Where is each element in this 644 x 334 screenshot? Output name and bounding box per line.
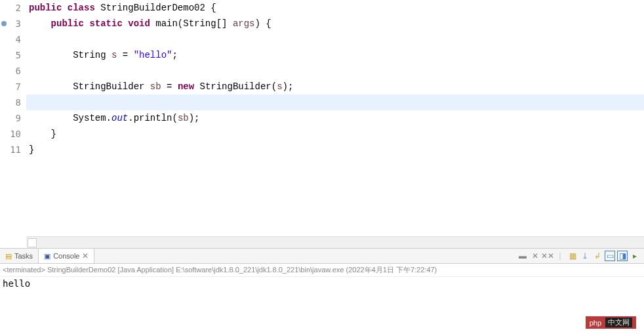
- code-token: [29, 18, 51, 29]
- code-token: s: [277, 81, 282, 92]
- display-console-icon[interactable]: ▭: [605, 251, 615, 261]
- code-token: =: [117, 50, 133, 60]
- code-token: main(String[]: [150, 18, 233, 29]
- code-token: public class: [29, 3, 95, 13]
- horizontal-scrollbar[interactable]: [26, 236, 644, 248]
- word-wrap-icon[interactable]: ↲: [592, 251, 603, 261]
- gutter-marker-icon: [1, 21, 7, 26]
- code-line[interactable]: System.out.println(sb);: [26, 110, 644, 126]
- code-token: =: [161, 81, 178, 92]
- clear-console-icon[interactable]: ▦: [567, 251, 578, 261]
- code-token: .println(: [128, 113, 178, 123]
- watermark-label: php: [590, 319, 601, 327]
- terminate-icon[interactable]: ▬: [517, 251, 528, 261]
- terminated-label: <terminated>: [3, 266, 45, 274]
- console-output[interactable]: hello: [0, 277, 644, 290]
- code-token: sb: [178, 113, 189, 123]
- close-icon[interactable]: ✕: [82, 251, 89, 261]
- tasks-icon: ▤: [5, 252, 12, 261]
- bottom-tabs-bar: ▤ Tasks ▣ Console ✕ ▬ ✕ ✕✕ | ▦ ⤓ ↲ ▭ ◨ ▸: [0, 248, 644, 264]
- line-number: 7: [0, 79, 21, 94]
- console-toolbar: ▬ ✕ ✕✕ | ▦ ⤓ ↲ ▭ ◨ ▸: [517, 251, 644, 261]
- launch-timestamp: (2022年4月1日 下午7:22:47): [346, 266, 437, 274]
- launch-name: StringBuilderDemo02 [Java Application]: [47, 266, 174, 274]
- code-token: sb: [150, 81, 161, 92]
- line-number: 11: [0, 142, 21, 157]
- code-content[interactable]: public class StringBuilderDemo02 { publi…: [26, 0, 644, 236]
- remove-all-icon[interactable]: ✕✕: [542, 251, 553, 261]
- line-number: 9: [0, 110, 21, 126]
- line-number-gutter: 234567891011: [0, 0, 26, 236]
- scrollbar-thumb[interactable]: [28, 238, 37, 247]
- code-token: out: [111, 113, 128, 123]
- code-token: }: [29, 144, 34, 155]
- tab-console[interactable]: ▣ Console ✕: [38, 249, 94, 263]
- watermark-badge: php 中文网: [586, 316, 636, 329]
- code-line[interactable]: public class StringBuilderDemo02 {: [26, 0, 644, 16]
- code-line[interactable]: [26, 31, 644, 47]
- pin-console-icon[interactable]: ◨: [617, 251, 628, 261]
- line-number: 8: [0, 94, 21, 110]
- code-token: ) {: [254, 18, 271, 29]
- code-line[interactable]: }: [26, 126, 644, 142]
- console-launch-info: <terminated> StringBuilderDemo02 [Java A…: [0, 264, 644, 277]
- code-line[interactable]: }: [26, 142, 644, 157]
- line-number: 10: [0, 126, 21, 142]
- code-token: new: [178, 81, 194, 92]
- code-token: }: [29, 129, 56, 139]
- code-token: ;: [172, 50, 177, 60]
- console-icon: ▣: [44, 252, 50, 261]
- code-line[interactable]: StringBuilder sb = new StringBuilder(s);: [26, 79, 644, 94]
- toolbar-divider: |: [555, 251, 565, 261]
- exe-path: E:\software\jdk1.8.0_221\jdk1.8.0_221\bi…: [176, 266, 344, 274]
- code-token: StringBuilder: [29, 81, 150, 92]
- code-line[interactable]: String s = "hello";: [26, 47, 644, 63]
- code-token: public static void: [51, 18, 150, 29]
- code-line[interactable]: [26, 94, 644, 110]
- code-token: );: [283, 81, 294, 92]
- code-token: String: [29, 50, 111, 60]
- code-line[interactable]: public static void main(String[] args) {: [26, 16, 644, 31]
- code-token: System.: [29, 113, 111, 123]
- tab-console-label: Console: [53, 252, 79, 260]
- line-number: 2: [0, 0, 21, 16]
- code-editor[interactable]: 234567891011 public class StringBuilderD…: [0, 0, 644, 236]
- code-token: "hello": [134, 50, 172, 60]
- code-token: );: [189, 113, 200, 123]
- open-console-icon[interactable]: ▸: [630, 251, 640, 261]
- remove-launch-icon[interactable]: ✕: [530, 251, 540, 261]
- code-token: StringBuilderDemo02 {: [95, 3, 216, 13]
- scroll-lock-icon[interactable]: ⤓: [580, 251, 590, 261]
- line-number: 5: [0, 47, 21, 63]
- tab-tasks-label: Tasks: [14, 252, 33, 260]
- line-number: 6: [0, 63, 21, 79]
- code-token: args: [233, 18, 255, 29]
- line-number: 3: [0, 16, 21, 31]
- line-number: 4: [0, 31, 21, 47]
- code-token: StringBuilder(: [194, 81, 277, 92]
- console-output-text: hello: [3, 278, 30, 289]
- code-line[interactable]: [26, 63, 644, 79]
- watermark-suffix: 中文网: [605, 318, 632, 327]
- tab-tasks[interactable]: ▤ Tasks: [0, 249, 38, 263]
